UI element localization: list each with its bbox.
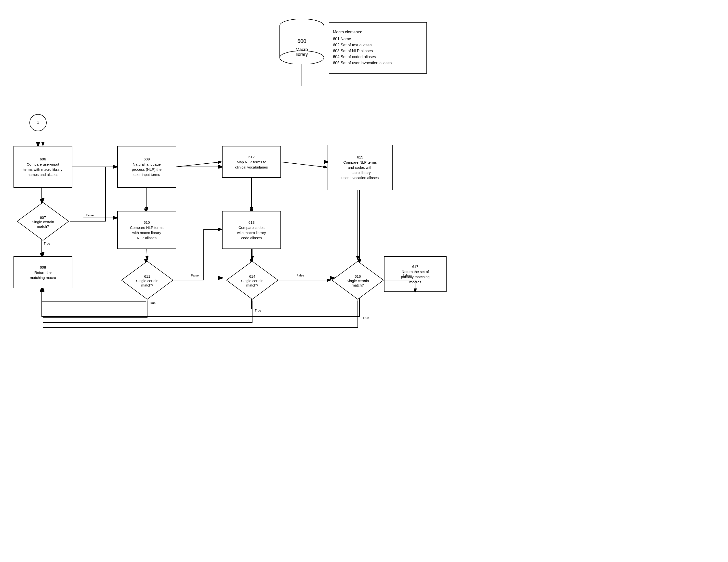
label-true-616: True: [363, 316, 369, 320]
svg-line-47: [147, 249, 147, 259]
db-macro-library: 600 Macro library: [275, 15, 329, 65]
label-false-614: False: [296, 274, 304, 277]
svg-text:match?: match?: [37, 224, 49, 228]
macro-element-605: 605 Set of user invocation aliases: [333, 60, 423, 66]
macro-element-603: 603 Set of NLP aliases: [333, 48, 423, 54]
svg-text:Single certain: Single certain: [32, 220, 54, 224]
svg-text:Single certain: Single certain: [136, 279, 159, 283]
svg-text:614: 614: [249, 274, 255, 278]
svg-text:611: 611: [144, 274, 150, 278]
svg-line-51: [281, 162, 327, 167]
svg-text:Macro: Macro: [296, 47, 308, 52]
macro-elements-box: Macro elements: 601 Name 602 Set of text…: [329, 22, 427, 74]
svg-text:600: 600: [297, 38, 306, 44]
box-608: 608Return thematching macro: [13, 256, 72, 288]
start-circle: 1: [29, 114, 47, 131]
svg-text:match?: match?: [246, 283, 258, 287]
label-false-607: False: [86, 213, 94, 217]
svg-line-48: [176, 162, 221, 167]
flowchart-diagram: 600 Macro library Macro elements: 601 Na…: [0, 0, 728, 562]
svg-text:library: library: [296, 52, 308, 57]
label-false-611: False: [191, 274, 199, 277]
svg-text:match?: match?: [141, 283, 153, 287]
svg-text:Single certain: Single certain: [347, 279, 369, 283]
box-617: 617Return the set ofpartially matchingma…: [384, 256, 447, 292]
label-true-607: True: [44, 242, 50, 245]
diamond-607: 607 Single certain match?: [16, 201, 70, 242]
box-615: 615Compare NLP termsand codes withmacro …: [328, 145, 393, 190]
box-606: 606Compare user-inputterms with macro li…: [13, 146, 72, 188]
label-true-611: True: [149, 301, 156, 305]
macro-elements-title: Macro elements:: [333, 29, 423, 35]
svg-text:Single certain: Single certain: [241, 279, 264, 283]
svg-text:match?: match?: [352, 283, 364, 287]
svg-text:607: 607: [40, 215, 46, 220]
box-613: 613Compare codeswith macro librarycode a…: [222, 211, 281, 249]
macro-element-601: 601 Name: [333, 36, 423, 42]
macro-element-604: 604 Set of coded aliases: [333, 54, 423, 60]
box-609: 609Natural languageprocess (NLP) theuser…: [117, 146, 176, 188]
svg-text:616: 616: [355, 274, 361, 278]
label-true-614: True: [255, 309, 261, 312]
macro-element-602: 602 Set of text aliases: [333, 42, 423, 48]
box-610: 610Compare NLP termswith macro libraryNL…: [117, 211, 176, 249]
diamond-614: 614 Single certain match?: [225, 260, 279, 301]
diamond-616: 616 Single certain match?: [331, 260, 385, 301]
diamond-611: 611 Single certain match?: [120, 260, 174, 301]
label-false-616: False: [402, 274, 410, 277]
box-612: 612Map NLP terms toclinical vocabularies: [222, 146, 281, 178]
